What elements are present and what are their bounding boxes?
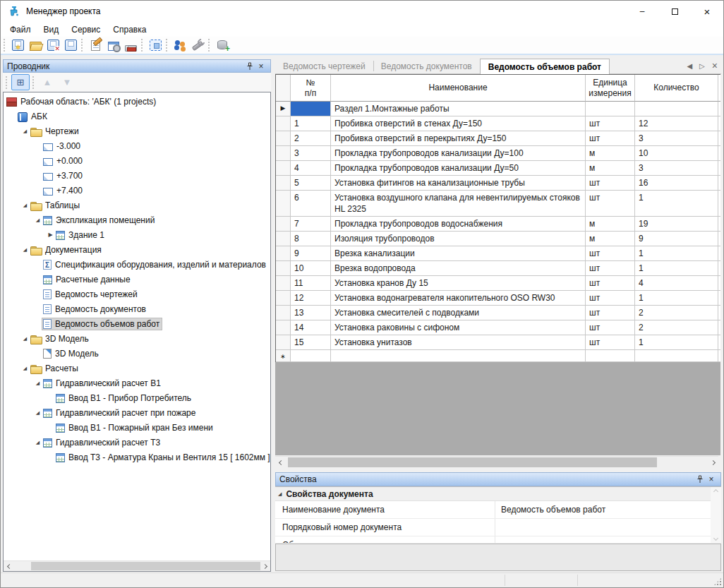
tree-expander-icon[interactable] (33, 380, 42, 386)
cell-unit[interactable]: шт (586, 246, 635, 261)
tree-item[interactable]: +0.000 (4, 153, 270, 168)
tree-expander-icon[interactable] (33, 217, 42, 223)
table-row[interactable]: 14 Установка раковины с сифоном шт 2 (276, 320, 720, 335)
cell-num[interactable]: 1 (291, 116, 331, 131)
tree-expander-icon[interactable] (20, 366, 30, 371)
tree-item[interactable]: Рабочая область: 'АБК' (1 projects) (4, 94, 270, 109)
tree-expander-icon[interactable] (20, 128, 30, 134)
scrollbar-thumb[interactable] (288, 457, 657, 467)
scroll-left-icon[interactable] (4, 561, 15, 571)
settings-button[interactable] (104, 37, 122, 54)
row-selector[interactable] (276, 232, 291, 246)
property-row[interactable]: Об (275, 536, 721, 543)
cell-num[interactable]: 14 (291, 320, 331, 335)
scroll-left-icon[interactable] (275, 457, 286, 468)
tree-expander-icon[interactable] (46, 232, 55, 238)
scroll-up-icon[interactable] (713, 489, 718, 494)
row-selector[interactable] (276, 291, 291, 306)
tree-item[interactable]: Здание 1 (4, 227, 270, 242)
tree-item[interactable]: Спецификация оборудования, изделий и мат… (4, 257, 270, 272)
row-selector[interactable] (276, 131, 291, 146)
scroll-right-icon[interactable] (707, 457, 718, 468)
tab-prev-icon[interactable]: ◀ (683, 62, 696, 70)
cell-name[interactable]: Установка фитингов на канализационные тр… (331, 176, 586, 191)
table-row[interactable]: 6 Установка воздушного клапана для невен… (276, 191, 720, 217)
row-selector[interactable] (276, 191, 291, 217)
scrollbar-thumb[interactable] (31, 562, 260, 570)
property-row[interactable]: Наименование документа Ведомость объемов… (275, 501, 721, 519)
cell-unit[interactable]: шт (586, 276, 635, 291)
cell-name[interactable]: Установка кранов Ду 15 (331, 276, 586, 291)
scroll-down-icon[interactable] (713, 536, 718, 541)
header-num[interactable]: № п/п (291, 75, 331, 102)
tree-item[interactable]: Ведомость чертежей (4, 287, 270, 301)
cell-unit[interactable]: шт (586, 291, 635, 306)
cell-qty[interactable]: 1 (635, 261, 718, 276)
tree-expander-icon[interactable] (20, 336, 30, 342)
property-group-header[interactable]: ◢ Свойства документа (275, 487, 721, 501)
menu-item[interactable]: Справка (107, 23, 152, 36)
cell-num[interactable]: 15 (291, 335, 331, 350)
cell-unit[interactable] (586, 102, 635, 116)
cell-num[interactable]: 11 (291, 276, 331, 291)
row-selector[interactable]: ∗ (276, 350, 291, 362)
tree-item[interactable]: Гидравлический расчет при пожаре (4, 405, 270, 420)
cell-num[interactable]: 13 (291, 306, 331, 320)
table-row[interactable]: 4 Прокладка трубопроводов канализации Ду… (276, 161, 720, 176)
table-horizontal-scrollbar[interactable] (275, 456, 718, 468)
tree-item[interactable]: 3D Модель (4, 331, 270, 346)
users-button[interactable] (171, 37, 189, 54)
save-project-button[interactable] (62, 37, 80, 54)
move-down-button[interactable]: ▼ (58, 74, 76, 90)
cell-qty[interactable]: 16 (635, 176, 718, 191)
cell-unit[interactable]: м (586, 146, 635, 161)
cell-unit[interactable]: шт (586, 320, 635, 335)
cell-num[interactable]: 10 (291, 261, 331, 276)
table-row[interactable]: ▶ Раздел 1.Монтажные работы (276, 102, 720, 116)
tree-item[interactable]: Ведомость документов (4, 301, 270, 316)
table-row[interactable]: 9 Врезка канализации шт 1 (276, 246, 720, 261)
tree-item[interactable]: Экспликация помещений (4, 212, 270, 227)
new-project-button[interactable] (9, 37, 27, 54)
property-value[interactable] (495, 519, 721, 536)
cell-unit[interactable] (586, 350, 635, 362)
tree-item[interactable]: 3D Модель (4, 346, 270, 361)
header-name[interactable]: Наименование (331, 75, 586, 102)
tree-item[interactable]: Ведомость объемов работ (4, 316, 270, 331)
close-icon[interactable]: × (255, 61, 267, 71)
tools-button[interactable] (189, 37, 207, 54)
scroll-right-icon[interactable] (259, 561, 270, 571)
cell-name[interactable]: Установка водонагревателя накопительного… (331, 291, 586, 306)
cell-qty[interactable]: 10 (635, 146, 718, 161)
menu-item[interactable]: Файл (4, 23, 37, 36)
cell-name[interactable]: Прокладка трубопроводов канализации Ду=5… (331, 161, 586, 176)
cell-name[interactable]: Пробивка отверстий в стенах Ду=150 (331, 116, 586, 131)
table-row[interactable]: ∗ (276, 350, 720, 362)
cell-unit[interactable]: шт (586, 191, 635, 217)
selection-mode-button[interactable] (147, 37, 164, 54)
cell-qty[interactable]: 1 (635, 246, 718, 261)
tree-item[interactable]: Ввод В1 - Прибор Потребитель (4, 390, 270, 405)
move-up-button[interactable]: ▲ (38, 74, 56, 90)
row-selector[interactable] (276, 161, 291, 176)
cell-qty[interactable]: 3 (635, 131, 718, 146)
table-row[interactable]: 10 Врезка водопровода шт 1 (276, 261, 720, 276)
row-selector[interactable] (276, 217, 291, 232)
cell-qty[interactable]: 3 (635, 161, 718, 176)
cell-num[interactable]: 2 (291, 131, 331, 146)
table-row[interactable]: 13 Установка смесителей с подводками шт … (276, 306, 720, 320)
header-unit[interactable]: Единица измерения (586, 75, 635, 102)
tab[interactable]: Ведомость документов (373, 59, 480, 73)
tab[interactable]: Ведомость объемов работ (480, 59, 610, 74)
tab-next-icon[interactable]: ▷ (696, 62, 708, 70)
cell-name[interactable]: Врезка водопровода (331, 261, 586, 276)
pin-icon[interactable] (694, 474, 706, 485)
cell-name[interactable]: Прокладка трубопроводов водоснабжения (331, 217, 586, 232)
row-selector[interactable] (276, 320, 291, 335)
cell-name[interactable]: Прокладка трубопроводов канализации Ду=1… (331, 146, 586, 161)
cell-name[interactable]: Установка воздушного клапана для невенти… (331, 191, 586, 217)
cell-qty[interactable] (635, 102, 718, 116)
cell-unit[interactable]: шт (586, 131, 635, 146)
minimize-button[interactable]: – (626, 1, 658, 22)
cell-unit[interactable]: шт (586, 116, 635, 131)
